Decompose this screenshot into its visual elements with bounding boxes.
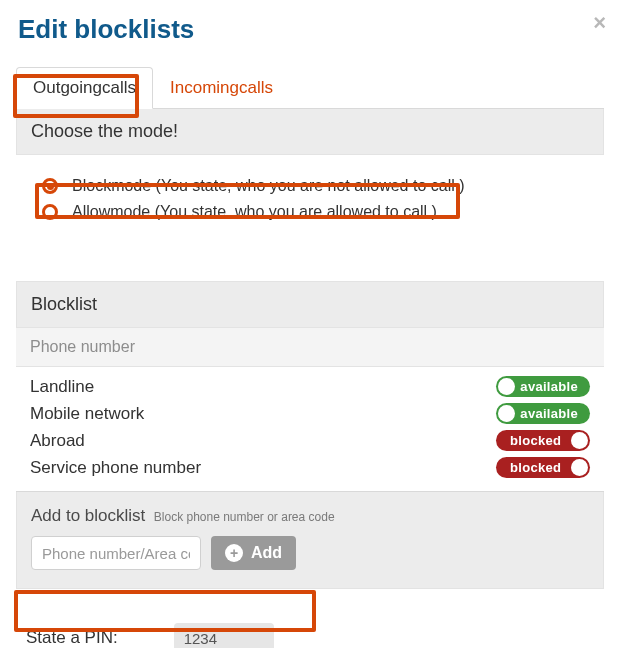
list-item-label: Mobile network <box>30 404 144 424</box>
radio-icon <box>42 204 58 220</box>
toggle-service[interactable]: blocked <box>496 457 590 478</box>
blocklist-rows: Landline available Mobile network availa… <box>16 367 604 487</box>
mode-radio-group: Blockmode (You state, who you are not al… <box>16 155 604 253</box>
close-icon[interactable]: × <box>593 10 606 36</box>
mode-header: Choose the mode! <box>16 109 604 155</box>
blocklist-column-header: Phone number <box>16 328 604 367</box>
pin-row: State a PIN: <box>16 615 604 648</box>
list-item-label: Service phone number <box>30 458 201 478</box>
toggle-text: available <box>520 406 578 421</box>
tab-incoming-calls[interactable]: Incomingcalls <box>153 67 290 108</box>
add-to-blocklist: Add to blocklist Block phone number or a… <box>16 492 604 589</box>
list-item: Service phone number blocked <box>30 454 590 481</box>
phone-number-input[interactable] <box>31 536 201 570</box>
list-item: Landline available <box>30 373 590 400</box>
blocklist-header: Blocklist <box>16 281 604 328</box>
pin-label: State a PIN: <box>26 628 118 648</box>
toggle-text: available <box>520 379 578 394</box>
toggle-text: blocked <box>510 460 561 475</box>
add-button[interactable]: + Add <box>211 536 296 570</box>
toggle-landline[interactable]: available <box>496 376 590 397</box>
radio-allowmode[interactable]: Allowmode (You state, who you are allowe… <box>42 199 596 225</box>
radio-blockmode[interactable]: Blockmode (You state, who you are not al… <box>42 173 596 199</box>
add-button-label: Add <box>251 544 282 562</box>
list-item-label: Landline <box>30 377 94 397</box>
modal-title: Edit blocklists <box>18 14 604 45</box>
list-item: Abroad blocked <box>30 427 590 454</box>
add-hint: Block phone number or area code <box>154 510 335 524</box>
radio-icon <box>42 178 58 194</box>
radio-allowmode-label: Allowmode (You state, who you are allowe… <box>72 203 437 221</box>
add-label: Add to blocklist <box>31 506 145 525</box>
list-item: Mobile network available <box>30 400 590 427</box>
plus-icon: + <box>225 544 243 562</box>
toggle-text: blocked <box>510 433 561 448</box>
toggle-abroad[interactable]: blocked <box>496 430 590 451</box>
tab-outgoing-calls[interactable]: Outgoingcalls <box>16 67 153 109</box>
pin-input[interactable] <box>174 623 274 648</box>
toggle-mobile[interactable]: available <box>496 403 590 424</box>
radio-blockmode-label: Blockmode (You state, who you are not al… <box>72 177 465 195</box>
tabs: Outgoingcalls Incomingcalls <box>16 67 604 109</box>
list-item-label: Abroad <box>30 431 85 451</box>
